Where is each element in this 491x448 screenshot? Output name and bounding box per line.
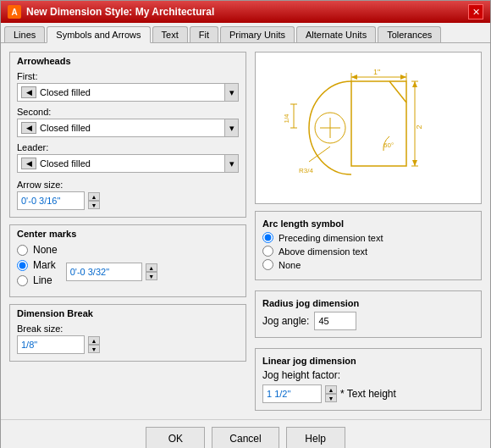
arrow-size-down[interactable]: ▼	[88, 201, 100, 209]
jog-height-input[interactable]: 1 1/2"	[262, 384, 322, 403]
center-none-label: None	[33, 244, 58, 256]
second-arrow-icon: ◀	[21, 122, 36, 134]
second-dropdown[interactable]: ◀ Closed filled ▾	[17, 119, 239, 137]
text-height-label: * Text height	[340, 388, 396, 400]
center-mark-down[interactable]: ▼	[146, 272, 157, 280]
arc-preceding-label: Preceding dimension text	[279, 233, 383, 243]
dimension-break-group: Dimension Break Break size: 1/8" ▲ ▼	[9, 304, 246, 362]
jog-height-spinner: ▲ ▼	[325, 385, 337, 402]
leader-dropdown[interactable]: ◀ Closed filled ▾	[17, 154, 239, 173]
svg-text:60°: 60°	[383, 141, 394, 149]
tabs-bar: Lines Symbols and Arrows Text Fit Primar…	[1, 23, 490, 43]
first-arrow-icon: ◀	[21, 86, 36, 98]
svg-text:R3/4: R3/4	[299, 167, 313, 174]
preview-svg: 1"	[258, 56, 478, 200]
linear-jog-title: Linear jog dimension	[262, 356, 474, 366]
arc-above-label: Above dimension text	[279, 246, 367, 257]
app-icon: A	[8, 5, 21, 19]
arc-above-radio[interactable]	[262, 246, 273, 257]
arc-none-label: None	[279, 260, 301, 270]
help-button[interactable]: Help	[286, 427, 345, 448]
break-size-spinner: ▲ ▼	[88, 336, 100, 353]
linear-jog-group: Linear jog dimension Jog height factor: …	[255, 348, 482, 411]
jog-angle-input[interactable]: 45	[314, 312, 356, 330]
first-dropdown-arrow: ▾	[224, 84, 238, 101]
tab-symbols-arrows[interactable]: Symbols and Arrows	[47, 26, 150, 43]
jog-angle-label: Jog angle:	[262, 315, 309, 327]
cancel-button[interactable]: Cancel	[212, 427, 279, 448]
center-marks-title: Center marks	[17, 229, 239, 239]
break-size-input[interactable]: 1/8"	[17, 335, 85, 354]
break-size-label: Break size:	[17, 324, 239, 334]
radius-jog-title: Radius jog dimension	[262, 298, 474, 308]
ok-button[interactable]: OK	[146, 427, 205, 448]
tab-fit[interactable]: Fit	[190, 26, 218, 42]
center-marks-group: Center marks None Mark Line	[9, 224, 246, 297]
arrow-size-label: Arrow size:	[17, 180, 239, 190]
jog-height-down[interactable]: ▼	[325, 394, 337, 402]
right-panel: 1"	[255, 52, 482, 411]
arrow-size-up[interactable]: ▲	[88, 192, 100, 201]
left-panel: Arrowheads First: ◀ Closed filled ▾ Seco…	[9, 52, 246, 411]
first-dropdown[interactable]: ◀ Closed filled ▾	[17, 83, 239, 102]
leader-dropdown-arrow: ▾	[224, 155, 238, 172]
center-line-label: Line	[33, 274, 52, 286]
arrowheads-title: Arrowheads	[17, 56, 239, 66]
svg-text:1": 1"	[373, 68, 380, 76]
close-button[interactable]: ✕	[468, 4, 483, 19]
jog-height-label: Jog height factor:	[262, 369, 340, 381]
center-none-radio[interactable]	[17, 245, 28, 256]
second-value: Closed filled	[40, 123, 221, 133]
second-label: Second:	[17, 107, 239, 117]
window-title: New Dimension Style: My Architectural	[26, 6, 214, 18]
first-value: Closed filled	[40, 87, 221, 97]
title-bar: A New Dimension Style: My Architectural …	[1, 1, 490, 23]
bottom-bar: OK Cancel Help	[1, 419, 490, 448]
arrow-size-input[interactable]: 0'-0 3/16"	[17, 191, 85, 210]
arc-length-title: Arc length symbol	[262, 218, 474, 229]
center-mark-input[interactable]: 0'-0 3/32"	[66, 263, 142, 281]
arc-preceding-radio[interactable]	[262, 232, 273, 243]
leader-label: Leader:	[17, 142, 239, 152]
arc-length-group: Arc length symbol Preceding dimension te…	[255, 211, 482, 280]
center-line-radio[interactable]	[17, 275, 28, 286]
tab-primary-units[interactable]: Primary Units	[220, 26, 295, 42]
main-window: A New Dimension Style: My Architectural …	[0, 0, 491, 448]
svg-text:1/4: 1/4	[283, 113, 290, 124]
second-dropdown-arrow: ▾	[224, 119, 238, 136]
break-size-up[interactable]: ▲	[88, 336, 100, 345]
first-label: First:	[17, 71, 239, 81]
center-mark-radio[interactable]	[17, 260, 28, 271]
center-mark-up[interactable]: ▲	[146, 263, 157, 272]
tab-alternate-units[interactable]: Alternate Units	[296, 26, 376, 42]
arc-none-radio[interactable]	[262, 259, 273, 270]
radius-jog-group: Radius jog dimension Jog angle: 45	[255, 290, 482, 338]
center-mark-spinner: ▲ ▼	[146, 263, 157, 280]
tab-text[interactable]: Text	[152, 26, 188, 42]
tab-tolerances[interactable]: Tolerances	[378, 26, 441, 42]
center-mark-label: Mark	[33, 259, 56, 271]
break-size-down[interactable]: ▼	[88, 345, 100, 353]
leader-value: Closed filled	[40, 158, 221, 169]
arrowheads-group: Arrowheads First: ◀ Closed filled ▾ Seco…	[9, 52, 246, 218]
tab-lines[interactable]: Lines	[4, 26, 45, 42]
dimension-break-title: Dimension Break	[17, 308, 239, 318]
preview-box: 1"	[255, 52, 482, 204]
jog-height-up[interactable]: ▲	[325, 385, 337, 394]
svg-text:2: 2	[415, 124, 423, 129]
leader-arrow-icon: ◀	[21, 158, 36, 169]
arrow-size-spinner: ▲ ▼	[88, 192, 100, 209]
